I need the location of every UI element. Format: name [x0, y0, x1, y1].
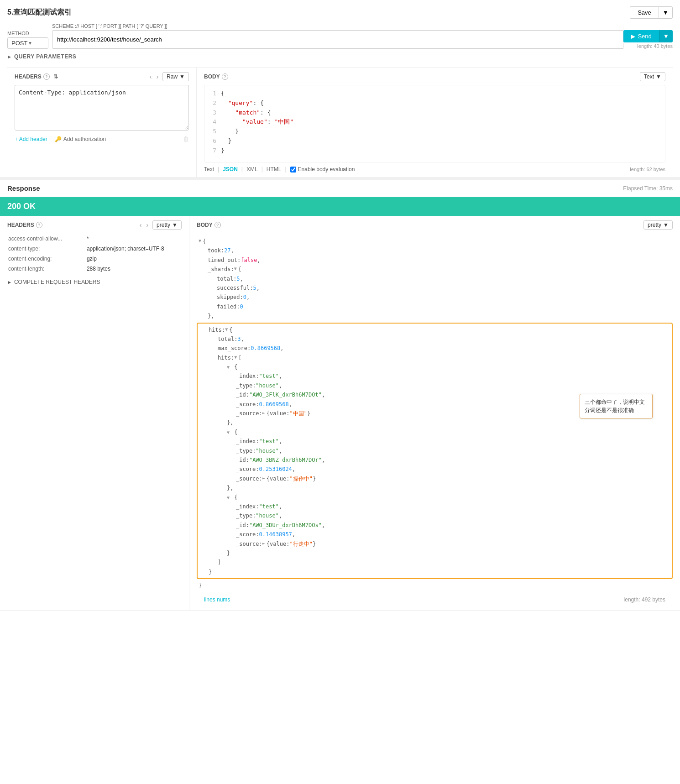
headers-sort-icon[interactable]: ⇅ [53, 73, 58, 80]
status-text: 200 OK [7, 202, 36, 211]
toggle-hit3[interactable]: ▼ [227, 495, 230, 500]
code-line-6: 6 } [208, 136, 661, 146]
save-button[interactable]: Save [630, 6, 659, 19]
lines-nums-label[interactable]: lines nums [204, 596, 230, 603]
resp-hit-2-open: ▼ { [198, 428, 672, 437]
toggle-hit1[interactable]: ▼ [227, 365, 230, 370]
resp-hit-3-open: ▼ { [198, 493, 672, 502]
top-bar: 5.查询匹配测试索引 Save ▼ [0, 0, 680, 23]
toggle-root[interactable]: ▼ [199, 237, 201, 245]
resp-header-row-2: content-type: application/json; charset=… [8, 244, 181, 253]
toggle-hits-arr[interactable]: ▼ [234, 353, 237, 361]
send-button[interactable]: ▶ Send [623, 30, 659, 42]
body-code-editor[interactable]: 1 { 2 "query": { 3 "match": { 4 "value [204, 85, 665, 162]
delete-icon[interactable]: 🗑 [183, 136, 189, 142]
resp-body-label: BODY [197, 222, 213, 228]
resp-headers-table: access-control-allow... * content-type: … [7, 233, 182, 274]
headers-label: HEADERS [15, 73, 42, 80]
body-length: length: 62 bytes [630, 167, 665, 172]
resp-hit-3-index: _index : "test", [198, 502, 672, 511]
method-wrapper: METHOD POST ▼ [7, 31, 48, 49]
resp-line-shards-close: }, [197, 311, 673, 320]
headers-panel-header: HEADERS ? ⇅ ‹ › Raw ▼ [15, 72, 189, 81]
resp-body-format-dropdown[interactable]: pretty ▼ [643, 220, 673, 230]
body-eval-input[interactable] [290, 167, 296, 172]
toggle-hit1-source[interactable]: ► [262, 409, 265, 417]
toggle-shards[interactable]: ▼ [234, 265, 237, 272]
resp-headers-nav-left[interactable]: ‹ [138, 221, 143, 229]
resp-headers-nav-right[interactable]: › [145, 221, 150, 229]
code-line-3: 3 "match": { [208, 108, 661, 118]
headers-nav-right[interactable]: › [155, 73, 160, 80]
hits-box: hits : ▼ { total : 3, max_score [197, 323, 673, 580]
resp-headers-nav: ‹ › [138, 221, 150, 229]
send-icon: ▶ [631, 33, 635, 40]
resp-hit-2-source: _source : ► { value : "操作中" } [198, 474, 672, 483]
save-dropdown-button[interactable]: ▼ [659, 6, 673, 19]
query-params-label: QUERY PARAMETERS [14, 53, 76, 60]
url-send-wrapper: ▶ Send ▼ length: 40 bytes [52, 30, 673, 49]
resp-headers-info-icon: ? [36, 222, 42, 228]
resp-hit-1-open: ▼ { [198, 362, 672, 371]
fmt-text-btn[interactable]: Text [204, 166, 214, 172]
url-length: length: 40 bytes [637, 43, 673, 49]
resp-line-hits: hits : ▼ { [198, 325, 672, 335]
toggle-hit2-source[interactable]: ► [262, 474, 265, 482]
resp-hit-3-close: } [198, 549, 672, 558]
headers-panel: HEADERS ? ⇅ ‹ › Raw ▼ [7, 68, 197, 177]
response-title: Response [7, 184, 40, 192]
resp-header-row-3: content-encoding: gzip [8, 254, 181, 263]
resp-line-took: took : 27, [197, 246, 673, 255]
url-input[interactable] [52, 30, 623, 49]
query-params-arrow: ► [7, 54, 12, 59]
body-format-arrow: ▼ [656, 73, 661, 80]
body-eval-checkbox[interactable]: Enable body evaluation [290, 166, 355, 172]
send-dropdown-button[interactable]: ▼ [659, 30, 673, 42]
resp-headers-panel-header: HEADERS ? ‹ › pretty ▼ [7, 220, 182, 230]
save-btn-group: Save ▼ [630, 6, 673, 19]
headers-nav-left[interactable]: ‹ [148, 73, 153, 80]
fmt-html-btn[interactable]: HTML [267, 166, 282, 172]
method-arrow: ▼ [28, 41, 44, 46]
code-line-5: 5 } [208, 127, 661, 136]
resp-headers-panel: HEADERS ? ‹ › pretty ▼ [0, 216, 189, 610]
toggle-hit2[interactable]: ▼ [227, 430, 230, 435]
toggle-hit3-source[interactable]: ► [262, 539, 265, 547]
resp-line-open: ▼ { [197, 237, 673, 246]
request-section: METHOD POST ▼ SCHEME :// HOST [ ':' PORT… [0, 23, 680, 177]
complete-headers-row[interactable]: ► COMPLETE REQUEST HEADERS [7, 274, 182, 290]
headers-format-dropdown[interactable]: Raw ▼ [162, 72, 189, 81]
fmt-xml-btn[interactable]: XML [246, 166, 258, 172]
toggle-hits[interactable]: ▼ [225, 325, 228, 333]
method-select[interactable]: POST ▼ [7, 37, 48, 49]
headers-nav-arrows: ‹ › [148, 73, 160, 80]
response-header-bar: Response Elapsed Time: 35ms [0, 180, 680, 197]
scheme-label: SCHEME :// HOST [ ':' PORT ][ PATH [ '?'… [52, 23, 673, 29]
code-line-7: 7 } [208, 146, 661, 156]
resp-hit-2-id: _id : "AWO_3BNZ_dxrBh6M7DOr", [198, 455, 672, 465]
headers-add-row: + Add header 🔑 Add authorization 🗑 [15, 136, 189, 142]
resp-headers-body-row: HEADERS ? ‹ › pretty ▼ [0, 216, 680, 611]
resp-hit-3-id: _id : "AWO_3DUr_dxrBh6M7DOs", [198, 521, 672, 530]
resp-body-panel-header: BODY ? pretty ▼ [197, 220, 673, 230]
headers-textarea[interactable]: Content-Type: application/json [15, 85, 189, 131]
body-info-icon: ? [222, 73, 228, 80]
body-eval-label: Enable body evaluation [298, 166, 355, 172]
body-format-active: Text [644, 73, 654, 80]
add-auth-button[interactable]: 🔑 Add authorization [55, 136, 106, 142]
resp-line-total: total : 5, [197, 274, 673, 283]
body-format-row: Text | JSON | XML | HTML | Enable body e… [204, 166, 665, 172]
body-title: BODY ? [204, 73, 228, 80]
tooltip-box: 三个都命中了，说明中文分词还是不是很准确 [580, 394, 653, 418]
resp-headers-format-dropdown[interactable]: pretty ▼ [152, 220, 182, 230]
code-line-4: 4 "value": "中国" [208, 117, 661, 127]
fmt-json-btn[interactable]: JSON [223, 166, 238, 172]
resp-hit-2-index: _index : "test", [198, 437, 672, 446]
resp-hit-1-type: _type : "house", [198, 381, 672, 390]
add-header-button[interactable]: + Add header [15, 136, 47, 142]
resp-line-timed-out: timed_out : false, [197, 256, 673, 265]
query-params-row[interactable]: ► QUERY PARAMETERS [7, 51, 673, 63]
headers-format-label: Raw [167, 73, 178, 80]
body-format-dropdown[interactable]: Text ▼ [640, 72, 665, 81]
resp-body-format: pretty [648, 222, 661, 228]
